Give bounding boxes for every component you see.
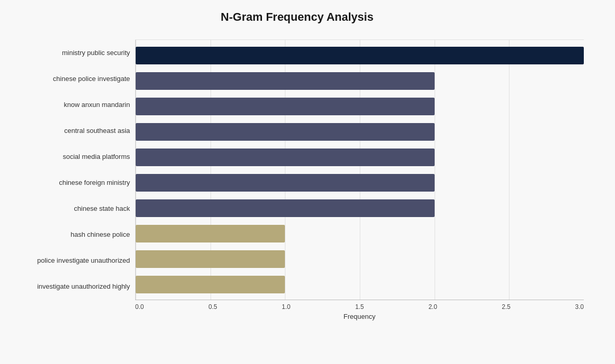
bar: [136, 276, 285, 293]
bar: [136, 47, 584, 64]
y-label: investigate unauthorized highly: [10, 274, 135, 300]
plot-area: 0.00.51.01.52.02.53.0 Frequency: [135, 39, 584, 320]
y-label: chinese foreign ministry: [10, 169, 135, 195]
x-tick: 0.5: [208, 303, 217, 311]
y-label: know anxun mandarin: [10, 91, 135, 117]
x-tick: 0.0: [135, 303, 144, 311]
x-tick: 1.0: [282, 303, 291, 311]
chart-area: ministry public securitychinese police i…: [10, 39, 584, 320]
bar: [136, 98, 435, 115]
bar-row: [136, 121, 584, 143]
bar-row: [136, 45, 584, 66]
bar: [136, 250, 285, 268]
y-labels: ministry public securitychinese police i…: [10, 39, 135, 320]
chart-title: N-Gram Frequency Analysis: [10, 10, 584, 24]
bar: [136, 149, 435, 166]
bar-row: [136, 96, 584, 117]
bar-row: [136, 274, 584, 295]
bar: [136, 225, 285, 242]
bars-wrapper: [136, 40, 584, 300]
x-tick: 2.5: [502, 303, 511, 311]
y-label: ministry public security: [10, 39, 135, 65]
bars-section: [135, 40, 584, 300]
y-label: chinese state hack: [10, 196, 135, 222]
bar: [136, 72, 435, 90]
bar: [136, 123, 435, 141]
bar-row: [136, 70, 584, 92]
y-label: social media platforms: [10, 143, 135, 169]
y-label: hash chinese police: [10, 222, 135, 248]
chart-container: N-Gram Frequency Analysis ministry publi…: [0, 0, 615, 364]
y-label: central southeast asia: [10, 117, 135, 143]
x-axis: 0.00.51.01.52.02.53.0 Frequency: [135, 300, 584, 320]
x-ticks: 0.00.51.01.52.02.53.0: [135, 300, 584, 311]
bar-row: [136, 248, 584, 270]
bar: [136, 174, 435, 192]
bar-row: [136, 146, 584, 168]
bar-row: [136, 172, 584, 194]
x-tick: 2.0: [428, 303, 437, 311]
x-tick: 3.0: [575, 303, 584, 311]
y-label: chinese police investigate: [10, 65, 135, 91]
bar: [136, 199, 435, 217]
x-axis-label: Frequency: [135, 311, 584, 320]
bar-row: [136, 223, 584, 245]
bar-row: [136, 197, 584, 219]
x-tick: 1.5: [355, 303, 364, 311]
y-label: police investigate unauthorized: [10, 248, 135, 274]
